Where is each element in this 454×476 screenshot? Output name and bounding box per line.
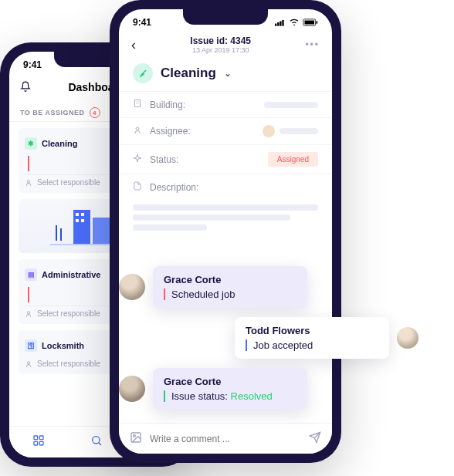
avatar xyxy=(119,376,145,402)
svg-rect-2 xyxy=(93,218,110,245)
svg-rect-10 xyxy=(34,436,38,440)
svg-rect-19 xyxy=(282,20,283,26)
broom-icon xyxy=(133,63,153,83)
svg-rect-5 xyxy=(81,213,84,216)
svg-point-9 xyxy=(27,361,29,363)
svg-point-20 xyxy=(293,25,295,26)
issue-title: Issue id: 4345 xyxy=(136,35,305,46)
chat-message: Grace Corte Issue status: Resolved xyxy=(119,368,443,410)
broom-icon: ✱ xyxy=(25,137,37,150)
category-selector[interactable]: Cleaning ⌄ xyxy=(119,56,332,91)
admin-icon: ▤ xyxy=(25,268,37,281)
comment-input-bar xyxy=(119,423,332,454)
status-time: 9:41 xyxy=(133,17,151,28)
field-assignee: Assignee: xyxy=(119,117,332,144)
send-icon[interactable] xyxy=(309,431,321,446)
field-description: Description: xyxy=(119,174,332,200)
svg-rect-7 xyxy=(81,219,84,222)
svg-rect-4 xyxy=(76,213,79,216)
svg-rect-12 xyxy=(34,441,38,445)
issue-date: 13 Apr 2019 17:30 xyxy=(136,46,305,54)
comment-input[interactable] xyxy=(150,434,301,444)
chevron-down-icon: ⌄ xyxy=(224,68,232,79)
svg-rect-17 xyxy=(277,22,279,26)
status-time: 9:41 xyxy=(23,59,42,70)
assignee-avatar xyxy=(263,125,275,137)
svg-rect-24 xyxy=(135,100,141,107)
status-badge: Assigned xyxy=(268,152,318,167)
chat-message: Grace Corte Scheduled job xyxy=(119,266,443,308)
svg-point-8 xyxy=(27,311,29,313)
svg-rect-22 xyxy=(305,21,315,25)
svg-rect-13 xyxy=(39,441,43,445)
svg-point-14 xyxy=(93,437,100,444)
avatar xyxy=(397,327,418,349)
dashboard-tab-icon[interactable] xyxy=(32,434,45,450)
more-icon[interactable]: ••• xyxy=(305,39,320,50)
chat-thread: Grace Corte Scheduled job Todd Flowers J… xyxy=(119,266,443,419)
svg-rect-23 xyxy=(317,21,318,23)
document-icon xyxy=(133,181,144,193)
person-icon xyxy=(133,126,144,137)
badge-count: 4 xyxy=(90,107,100,118)
field-building: Building: xyxy=(119,91,332,117)
image-icon[interactable] xyxy=(130,431,142,446)
svg-rect-6 xyxy=(76,219,79,222)
svg-rect-18 xyxy=(280,21,281,25)
avatar xyxy=(119,274,145,300)
svg-point-27 xyxy=(134,435,136,437)
svg-point-0 xyxy=(27,180,29,182)
notifications-icon[interactable] xyxy=(20,81,31,94)
description-placeholder xyxy=(119,200,332,242)
status-icons xyxy=(275,19,318,26)
field-status: Status: Assigned xyxy=(119,144,332,174)
svg-rect-16 xyxy=(275,24,276,26)
locksmith-icon: ⚿ xyxy=(25,339,37,352)
search-tab-icon[interactable] xyxy=(90,434,103,450)
svg-point-25 xyxy=(136,127,139,130)
building-icon xyxy=(133,99,144,110)
chat-message: Todd Flowers Job accepted xyxy=(235,317,443,359)
svg-rect-11 xyxy=(39,436,43,440)
status-icon xyxy=(133,154,144,165)
